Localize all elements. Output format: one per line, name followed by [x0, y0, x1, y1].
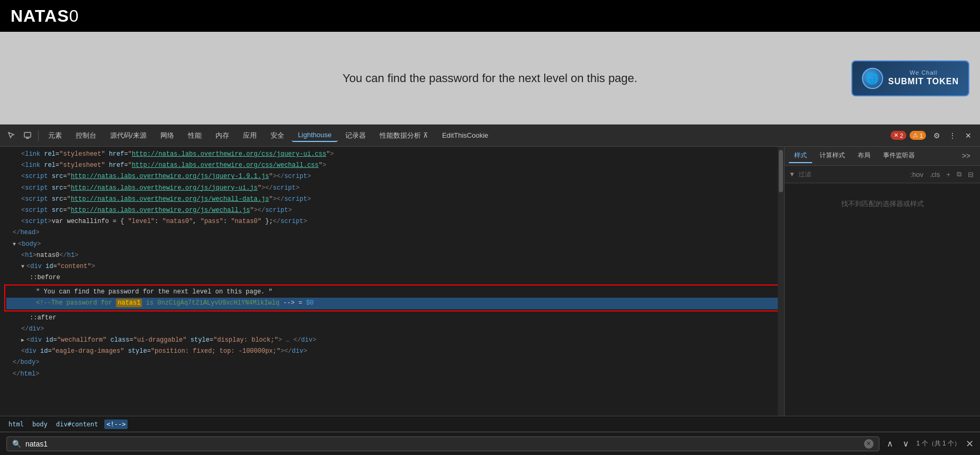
dom-line: <div id="eagle-drag-images" style="posit…	[0, 346, 784, 357]
search-clear-button[interactable]: ✕	[864, 439, 874, 449]
style-action-buttons: :hov .cls + ⧉ ⊟	[908, 169, 976, 180]
dom-line: <link rel="stylesheet" href="http://nata…	[0, 160, 784, 171]
style-tab-computed[interactable]: 计算样式	[814, 149, 850, 163]
search-input-wrapper: 🔍 ✕	[6, 436, 879, 451]
breadcrumb-comment[interactable]: <!-->	[104, 420, 128, 429]
dom-line-content-text: " You can find the password for the next…	[6, 287, 778, 298]
submit-token-label: SUBMIT TOKEN	[888, 77, 959, 86]
warn-badge[interactable]: ⚠ 1	[910, 131, 926, 140]
devtools-panel: 元素 控制台 源代码/来源 网络 性能 内存 应用 安全 Lighthouse …	[0, 124, 980, 455]
breadcrumb-html[interactable]: html	[6, 420, 26, 429]
breadcrumb: html body div#content <!-->	[0, 416, 980, 432]
error-badge[interactable]: ✕ 2	[891, 131, 906, 140]
style-tab-layout[interactable]: 布局	[852, 149, 876, 163]
add-style-button[interactable]: +	[944, 169, 952, 180]
dom-line: <script src="http://natas.labs.overthewi…	[0, 171, 784, 182]
submit-token-button[interactable]: 🌐 We Chall SUBMIT TOKEN	[851, 60, 969, 96]
breadcrumb-body[interactable]: body	[30, 420, 50, 429]
dom-line: <script src="http://natas.labs.overthewi…	[0, 183, 784, 194]
site-title: NATAS0	[11, 6, 79, 26]
dom-line: </html>	[0, 369, 784, 380]
styles-panel: 样式 计算样式 布局 事件监听器 >> ▼ 过滤 :hov .cls + ⧉ ⊟…	[784, 147, 980, 416]
page-content-text: You can find the password for the next l…	[343, 72, 637, 85]
svg-rect-0	[24, 132, 31, 137]
dom-panel-scrollbar[interactable]	[778, 147, 784, 416]
styles-tabs: 样式 计算样式 布局 事件监听器 >>	[785, 147, 980, 166]
cls-button[interactable]: .cls	[928, 169, 942, 180]
error-count: 2	[900, 132, 903, 139]
dom-line: <script src="http://natas.labs.overthewi…	[0, 194, 784, 205]
tab-perfdata[interactable]: 性能数据分析 ⊼	[373, 129, 435, 142]
tab-editcookie[interactable]: EditThisCookie	[436, 129, 495, 141]
svg-rect-1	[26, 138, 29, 139]
tab-perf[interactable]: 性能	[182, 129, 208, 142]
devtools-main: <link rel="stylesheet" href="http://nata…	[0, 147, 980, 416]
dom-line-comment-password[interactable]: <!--The password for natas1 is 0nzCigAq7…	[6, 298, 778, 309]
highlighted-comment-box: " You can find the password for the next…	[4, 284, 780, 311]
styles-more-tabs[interactable]: >>	[957, 149, 976, 163]
copy-style-button[interactable]: ⧉	[955, 169, 964, 180]
style-tab-styles[interactable]: 样式	[789, 149, 812, 163]
dom-line: <div id="content">	[0, 261, 784, 272]
device-icon[interactable]	[20, 128, 35, 143]
dom-line: <div id="wechallform" class="ui-draggabl…	[0, 335, 784, 346]
dom-line: ::after	[0, 313, 784, 324]
search-next-button[interactable]: ∨	[901, 436, 911, 451]
tab-memory[interactable]: 内存	[209, 129, 236, 142]
scrollbar-thumb[interactable]	[779, 150, 783, 192]
globe-icon: 🌐	[862, 68, 883, 89]
tab-console[interactable]: 控制台	[69, 129, 103, 142]
warn-count: 1	[920, 132, 923, 139]
search-close-button[interactable]: ✕	[966, 438, 974, 450]
inspect-icon[interactable]	[4, 128, 19, 143]
dom-line: <link rel="stylesheet" href="http://nata…	[0, 149, 784, 160]
filter-icon: ▼	[789, 171, 795, 178]
search-prev-button[interactable]: ∧	[885, 436, 895, 451]
tab-source[interactable]: 源代码/来源	[104, 129, 153, 142]
tab-recorder[interactable]: 记录器	[339, 129, 372, 142]
search-count: 1 个（共 1 个）	[916, 439, 960, 448]
dom-panel: <link rel="stylesheet" href="http://nata…	[0, 147, 784, 416]
top-bar: NATAS0	[0, 0, 980, 32]
dom-line: <body>	[0, 239, 784, 250]
tab-network[interactable]: 网络	[154, 129, 181, 142]
dom-line: <script>var wechallinfo = { "level": "na…	[0, 216, 784, 227]
no-match-message: 找不到匹配的选择器或样式	[785, 183, 980, 225]
filter-input-label: 过滤	[798, 170, 811, 179]
dom-line: </body>	[0, 357, 784, 368]
search-bar: 🔍 ✕ ∧ ∨ 1 个（共 1 个） ✕	[0, 432, 980, 455]
tab-app[interactable]: 应用	[237, 129, 263, 142]
search-icon: 🔍	[12, 440, 21, 448]
more-icon[interactable]: ⋮	[945, 128, 960, 143]
close-devtools-icon[interactable]: ✕	[961, 128, 976, 143]
breadcrumb-div-content[interactable]: div#content	[54, 420, 100, 429]
dom-line: ::before	[0, 272, 784, 283]
toggle-style-button[interactable]: ⊟	[966, 169, 976, 180]
search-input[interactable]	[25, 440, 860, 448]
hov-button[interactable]: :hov	[908, 169, 925, 180]
dom-line: </div>	[0, 324, 784, 335]
tab-lighthouse[interactable]: Lighthouse	[292, 129, 338, 142]
toolbar-separator	[38, 130, 39, 141]
style-tab-events[interactable]: 事件监听器	[878, 149, 920, 163]
devtools-toolbar: 元素 控制台 源代码/来源 网络 性能 内存 应用 安全 Lighthouse …	[0, 124, 980, 147]
error-icon: ✕	[894, 132, 898, 139]
warn-icon: ⚠	[913, 132, 918, 139]
dom-line: <h1>natas0</h1>	[0, 250, 784, 261]
styles-filter-bar: ▼ 过滤 :hov .cls + ⧉ ⊟	[785, 166, 980, 183]
dom-line: <script src="http://natas.labs.overthewi…	[0, 205, 784, 216]
dom-line: </head>	[0, 227, 784, 238]
tab-security[interactable]: 安全	[264, 129, 291, 142]
settings-icon[interactable]: ⚙	[929, 128, 944, 143]
tab-elements[interactable]: 元素	[42, 129, 68, 142]
page-area: You can find the password for the next l…	[0, 32, 980, 124]
we-chall-label: We Chall	[888, 69, 959, 76]
